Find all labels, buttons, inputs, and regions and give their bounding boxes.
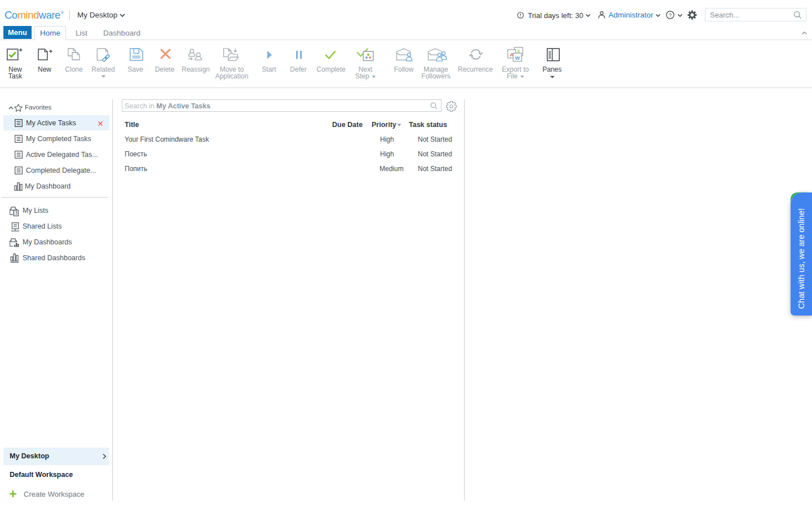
svg-text:W: W (515, 55, 520, 61)
svg-text:?: ? (669, 12, 672, 18)
